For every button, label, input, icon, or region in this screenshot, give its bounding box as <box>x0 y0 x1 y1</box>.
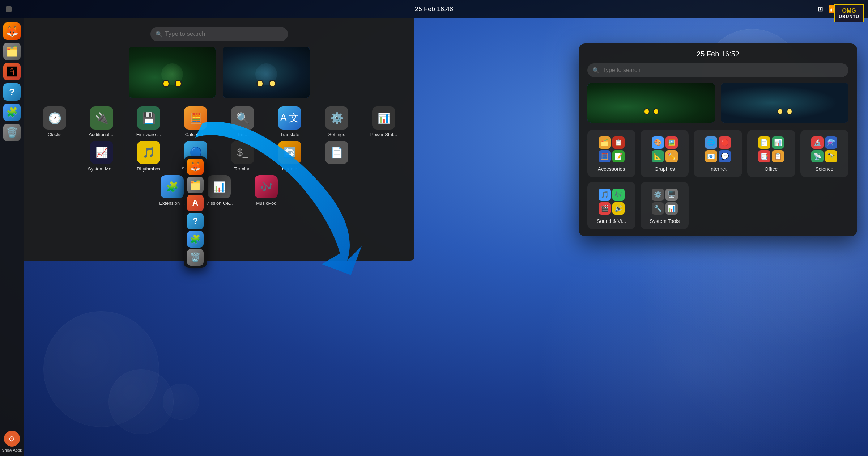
firefox-icon: 🦊 <box>6 25 18 37</box>
internet-icon-4: 💬 <box>719 150 731 162</box>
mini-dock-files[interactable]: 🗂️ <box>187 177 204 193</box>
grid-icon[interactable]: ⊞ <box>818 5 823 13</box>
graphics-icon-3: 📐 <box>652 150 664 162</box>
accessories-icon-4: 📝 <box>612 150 625 162</box>
calculator-icon: 🧮 <box>184 106 207 130</box>
category-internet[interactable]: 🌐 🔴 📧 💬 Internet <box>694 130 742 177</box>
dock-item-files[interactable]: 🗂️ <box>3 43 21 60</box>
translate-label: Translate <box>280 132 299 137</box>
right-thumb-2[interactable] <box>721 83 848 123</box>
mini-dock-extensions[interactable]: 🧩 <box>187 231 204 248</box>
image-icon: 🔍 <box>231 106 254 130</box>
graphics-icon-1: 🎨 <box>652 136 664 149</box>
dock-item-trash[interactable]: 🗑️ <box>3 124 21 141</box>
mini-dock-help[interactable]: ? <box>187 213 204 229</box>
files-mini-icon: 🗂️ <box>190 180 201 190</box>
sound-label: Sound & Vi... <box>597 218 626 224</box>
show-apps-button[interactable]: ⊙ Show Apps <box>2 431 22 452</box>
accessories-icon-1: 🗂️ <box>599 136 611 149</box>
musicpod-icon: 🎶 <box>255 175 278 198</box>
trash-icon: 🗑️ <box>6 127 18 138</box>
firmware-label: Firmware ... <box>136 132 161 137</box>
recent-thumb-2[interactable] <box>223 47 310 98</box>
mini-dock-app-center[interactable]: A <box>187 195 204 211</box>
misc-icon: 📄 <box>325 141 348 164</box>
update-icon: 🔄 <box>278 141 301 164</box>
category-accessories[interactable]: 🗂️ 📋 🧮 📝 Accessories <box>587 130 635 177</box>
category-graphics[interactable]: 🎨 🖼️ 📐 ✏️ Graphics <box>641 130 689 177</box>
dock-item-extensions[interactable]: 🧩 <box>3 104 21 121</box>
calculator-label: Calculator <box>185 132 207 137</box>
app-power-stats[interactable]: 📊 Power Stat... <box>366 106 402 137</box>
app-center-icon: 🅰 <box>7 66 17 78</box>
omg-ubuntu-badge: OMG UBUNTU <box>834 4 864 22</box>
settings-icon: ⚙️ <box>325 106 348 130</box>
right-search-inner: 🔍 <box>587 63 848 77</box>
office-icons: 📄 📊 📑 📋 <box>758 136 784 162</box>
app-terminal[interactable]: $_ Terminal <box>225 141 261 172</box>
app-clocks[interactable]: 🕐 Clocks <box>37 106 73 137</box>
office-icon-3: 📑 <box>758 150 770 162</box>
app-row-2: 📈 System Mo... 🎵 Rhythmbox 🔵 Software & … <box>84 141 355 172</box>
system-icon-4: 📊 <box>665 202 678 215</box>
internet-icon-1: 🌐 <box>705 136 717 149</box>
office-icon-4: 📋 <box>772 150 784 162</box>
app-additional[interactable]: 🔌 Additional ... <box>84 106 120 137</box>
office-label: Office <box>765 166 778 172</box>
recent-thumb-1[interactable] <box>129 47 216 98</box>
app-row-1: 🕐 Clocks 🔌 Additional ... 💾 Firmware ...… <box>37 106 402 137</box>
sound-icon-1: 🎵 <box>599 189 611 201</box>
help-mini-icon: ? <box>193 216 198 226</box>
app-translate[interactable]: A 文 Translate <box>272 106 308 137</box>
app-calculator[interactable]: 🧮 Calculator <box>178 106 214 137</box>
sound-icon-3: 🎬 <box>599 202 611 215</box>
category-office[interactable]: 📄 📊 📑 📋 Office <box>747 130 795 177</box>
system-icon-2: 🖥️ <box>665 189 678 201</box>
app-updater[interactable]: 🔄 Update <box>272 141 308 172</box>
right-recent-windows <box>579 83 857 130</box>
app-image-viewer[interactable]: 🔍 Im... <box>225 106 261 137</box>
right-thumb-1[interactable] <box>587 83 715 123</box>
category-system-tools[interactable]: ⚙️ 🖥️ 🔧 📊 System Tools <box>641 182 689 229</box>
dock-item-help[interactable]: ? <box>3 83 21 101</box>
dock-item-app-center[interactable]: 🅰 <box>3 63 21 80</box>
category-sound-video[interactable]: 🎵 🎶 🎬 🔊 Sound & Vi... <box>587 182 635 229</box>
app-center-mini-icon: A <box>192 198 198 208</box>
app-rhythmbox[interactable]: 🎵 Rhythmbox <box>131 141 167 172</box>
recent-windows <box>24 47 414 106</box>
settings-label: Settings <box>328 132 345 137</box>
graphics-icon-4: ✏️ <box>665 150 678 162</box>
office-icon-2: 📊 <box>772 136 784 149</box>
app-row-3: 🧩 Extension ... 📊 Mission Ce... 🎶 MusicP… <box>154 175 284 206</box>
category-science[interactable]: 🔬 ⚗️ 📡 🔭 Science <box>800 130 848 177</box>
window-controls <box>6 6 12 12</box>
rhythmbox-icon: 🎵 <box>137 141 160 164</box>
app-system-monitor[interactable]: 📈 System Mo... <box>84 141 120 172</box>
science-label: Science <box>815 166 833 172</box>
app-musicpod[interactable]: 🎶 MusicPod <box>248 175 284 206</box>
right-search-area: 🔍 <box>579 63 857 83</box>
window-minimize[interactable] <box>6 6 12 12</box>
mini-dock-trash[interactable]: 🗑️ <box>187 249 204 266</box>
topbar-left <box>6 6 12 12</box>
app-settings[interactable]: ⚙️ Settings <box>319 106 355 137</box>
sound-icons: 🎵 🎶 🎬 🔊 <box>599 189 625 215</box>
search-input[interactable] <box>150 27 288 41</box>
science-icon-4: 🔭 <box>825 150 837 162</box>
dock-item-firefox[interactable]: 🦊 <box>3 22 21 40</box>
app-misc[interactable]: 📄 <box>319 141 355 172</box>
graphics-icon-2: 🖼️ <box>665 136 678 149</box>
search-wrap: 🔍 <box>150 27 288 41</box>
system-label: System Tools <box>650 218 680 224</box>
accessories-icon-2: 📋 <box>612 136 625 149</box>
right-search-icon: 🔍 <box>592 67 600 74</box>
translate-icon: A 文 <box>278 106 301 130</box>
ubuntu-text: UBUNTU <box>839 14 859 19</box>
right-panel-time: 25 Feb 16:52 <box>579 43 857 63</box>
graphics-label: Graphics <box>655 166 675 172</box>
additional-icon: 🔌 <box>90 106 113 130</box>
gnome-overview-right: 25 Feb 16:52 🔍 <box>579 43 857 236</box>
right-search-input[interactable] <box>587 63 848 77</box>
mini-dock-firefox[interactable]: 🦊 <box>187 159 204 175</box>
app-firmware[interactable]: 💾 Firmware ... <box>131 106 167 137</box>
